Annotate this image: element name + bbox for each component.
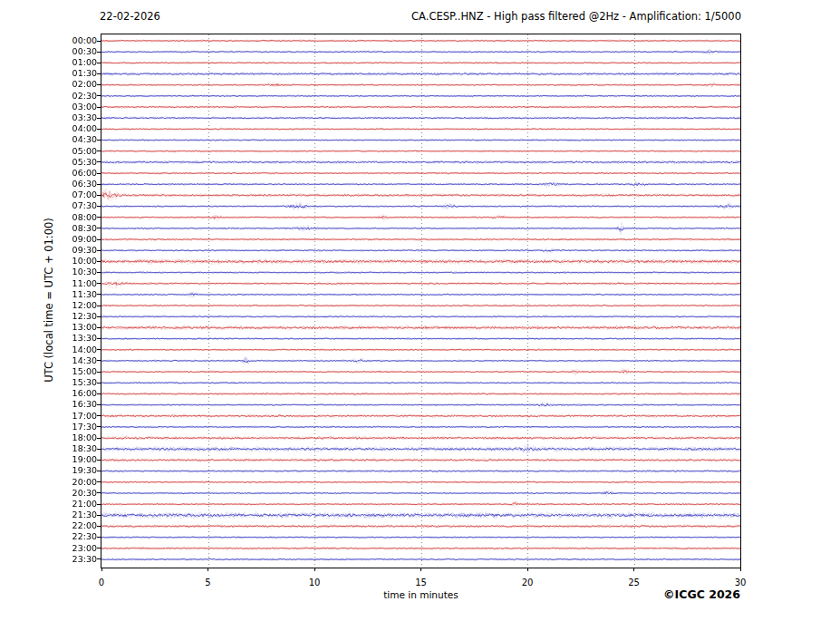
y-tick-mark — [97, 41, 101, 42]
y-tick-mark — [97, 449, 101, 450]
x-tick-mark — [101, 568, 102, 571]
y-tick-label: 18:00 — [0, 433, 97, 442]
y-tick-label: 11:00 — [0, 279, 97, 288]
y-tick-label: 09:00 — [0, 235, 97, 244]
y-tick-label: 22:00 — [0, 521, 97, 530]
x-tick-label: 5 — [190, 578, 227, 587]
y-tick-mark — [97, 492, 101, 493]
x-tick-label: 30 — [722, 578, 758, 587]
y-tick-mark — [97, 393, 101, 394]
seismogram-canvas — [101, 34, 740, 568]
y-tick-label: 15:30 — [0, 378, 97, 387]
y-tick-label: 00:30 — [0, 47, 97, 56]
y-tick-label: 18:30 — [0, 444, 97, 453]
y-tick-label: 01:30 — [0, 69, 97, 78]
date-label: 22-02-2026 — [100, 10, 160, 23]
y-tick-mark — [97, 481, 101, 482]
y-tick-mark — [97, 515, 101, 516]
y-tick-mark — [97, 150, 101, 151]
y-tick-mark — [97, 239, 101, 240]
x-tick-mark — [208, 568, 208, 571]
y-tick-mark — [97, 548, 101, 548]
y-tick-mark — [97, 316, 101, 317]
x-tick-label: 10 — [296, 578, 333, 587]
y-tick-mark — [97, 228, 101, 228]
y-tick-mark — [97, 184, 101, 185]
y-tick-mark — [97, 161, 101, 162]
y-tick-label: 08:30 — [0, 224, 97, 233]
y-tick-mark — [97, 261, 101, 262]
y-tick-mark — [97, 107, 101, 108]
y-tick-label: 12:00 — [0, 301, 97, 310]
y-tick-mark — [97, 537, 101, 538]
y-tick-mark — [97, 129, 101, 130]
y-tick-label: 08:00 — [0, 213, 97, 222]
y-tick-label: 17:30 — [0, 422, 97, 432]
y-tick-label: 13:00 — [0, 323, 97, 332]
y-tick-mark — [97, 558, 101, 559]
y-tick-mark — [97, 294, 101, 295]
y-tick-mark — [97, 415, 101, 416]
y-tick-mark — [97, 338, 101, 339]
y-tick-label: 23:30 — [0, 555, 97, 564]
y-tick-label: 04:30 — [0, 135, 97, 144]
y-tick-label: 05:30 — [0, 158, 97, 167]
y-tick-mark — [97, 206, 101, 207]
y-tick-mark — [97, 383, 101, 383]
y-tick-mark — [97, 73, 101, 74]
plot-area — [101, 34, 741, 568]
y-tick-mark — [97, 526, 101, 527]
page-title: CA.CESP..HNZ - High pass filtered @2Hz -… — [411, 10, 741, 23]
y-tick-label: 09:30 — [0, 246, 97, 255]
y-tick-label: 19:00 — [0, 455, 97, 464]
y-tick-label: 15:00 — [0, 367, 97, 376]
y-tick-label: 14:30 — [0, 356, 97, 365]
y-tick-label: 16:00 — [0, 389, 97, 398]
y-tick-label: 16:30 — [0, 400, 97, 409]
y-tick-label: 03:00 — [0, 102, 97, 112]
x-tick-label: 0 — [83, 578, 120, 587]
y-tick-label: 00:00 — [0, 36, 97, 45]
y-tick-label: 21:30 — [0, 510, 97, 519]
y-tick-label: 21:00 — [0, 500, 97, 509]
y-tick-label: 04:00 — [0, 124, 97, 133]
y-tick-mark — [97, 52, 101, 53]
y-tick-label: 07:30 — [0, 201, 97, 210]
x-tick-label: 15 — [403, 578, 439, 587]
y-tick-mark — [97, 471, 101, 471]
y-tick-mark — [97, 372, 101, 373]
x-tick-mark — [420, 568, 421, 571]
y-tick-mark — [97, 195, 101, 196]
y-tick-mark — [97, 283, 101, 284]
y-tick-mark — [97, 306, 101, 306]
y-tick-label: 10:30 — [0, 267, 97, 277]
y-tick-mark — [97, 460, 101, 461]
y-tick-label: 06:00 — [0, 169, 97, 178]
x-axis-title: time in minutes — [330, 589, 512, 600]
y-tick-mark — [97, 438, 101, 439]
y-tick-label: 23:00 — [0, 544, 97, 553]
y-tick-label: 20:00 — [0, 478, 97, 487]
x-tick-mark — [633, 568, 634, 571]
y-tick-label: 02:00 — [0, 80, 97, 89]
y-tick-mark — [97, 272, 101, 273]
y-tick-mark — [97, 84, 101, 85]
y-tick-label: 02:30 — [0, 92, 97, 101]
y-tick-label: 12:30 — [0, 312, 97, 321]
y-tick-label: 19:30 — [0, 466, 97, 475]
y-tick-mark — [97, 173, 101, 174]
y-tick-mark — [97, 140, 101, 141]
y-tick-label: 03:30 — [0, 113, 97, 122]
y-tick-label: 11:30 — [0, 290, 97, 299]
x-tick-mark — [527, 568, 528, 571]
copyright-label: ©ICGC 2026 — [663, 587, 740, 601]
y-tick-mark — [97, 504, 101, 505]
y-tick-mark — [97, 250, 101, 251]
y-tick-mark — [97, 349, 101, 350]
x-tick-mark — [740, 568, 741, 571]
y-tick-mark — [97, 327, 101, 328]
y-tick-mark — [97, 118, 101, 119]
y-tick-mark — [97, 404, 101, 405]
y-tick-label: 17:00 — [0, 412, 97, 421]
y-tick-label: 14:00 — [0, 345, 97, 354]
